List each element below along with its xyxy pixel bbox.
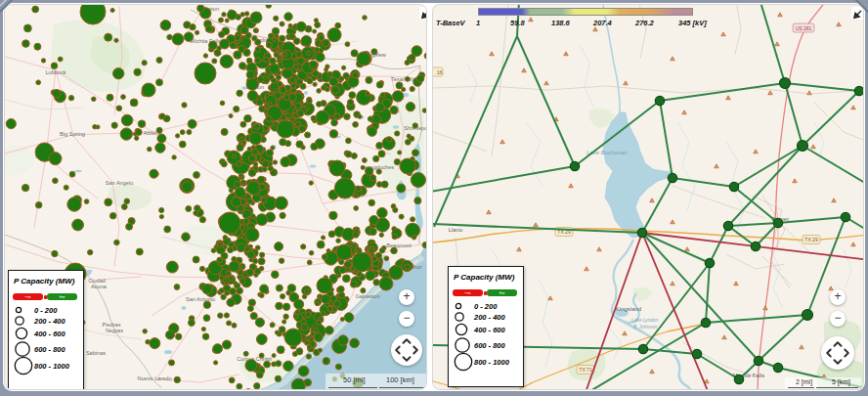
svg-text:Kingsland: Kingsland	[616, 306, 641, 312]
svg-text:B. Johnson: B. Johnson	[633, 325, 657, 330]
svg-text:Beaumont: Beaumont	[386, 242, 412, 248]
svg-text:TX 71: TX 71	[579, 367, 592, 373]
svg-text:Lubbock: Lubbock	[45, 69, 65, 75]
svg-text:US 281: US 281	[796, 25, 812, 31]
svg-text:Galveston: Galveston	[355, 293, 379, 299]
svg-text:16: 16	[437, 69, 443, 75]
svg-text:Lake Lyndon: Lake Lyndon	[631, 318, 659, 323]
svg-text:Nuevo Laredo: Nuevo Laredo	[137, 375, 171, 381]
svg-text:San Angelo: San Angelo	[106, 180, 134, 186]
svg-text:Big Spring: Big Spring	[60, 131, 85, 137]
svg-text:Negras: Negras	[106, 328, 123, 333]
svg-text:Sabinas: Sabinas	[86, 350, 106, 356]
svg-text:Llano: Llano	[449, 227, 463, 233]
svg-text:TX 29: TX 29	[804, 237, 818, 242]
svg-text:Acuna: Acuna	[91, 284, 108, 289]
